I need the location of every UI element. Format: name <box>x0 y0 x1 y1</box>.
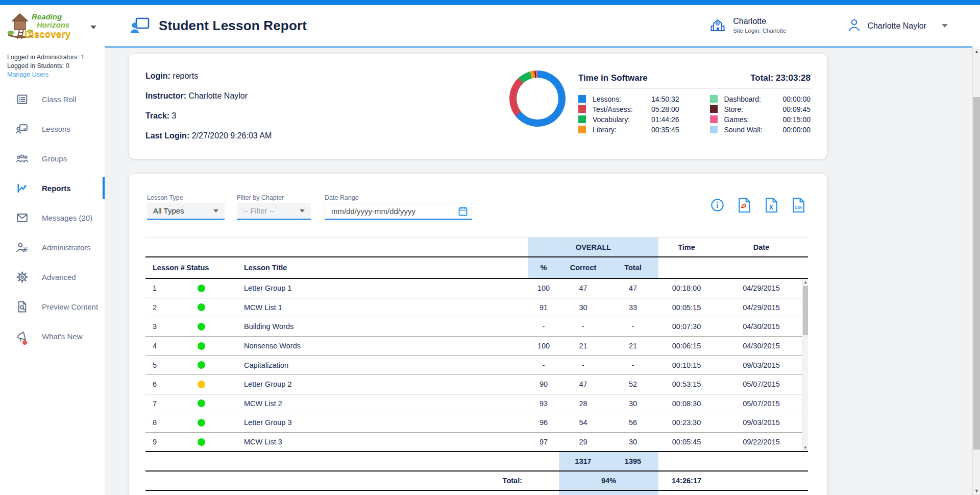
info-icon[interactable] <box>710 198 724 212</box>
legend-label: Sound Wall: <box>724 126 763 134</box>
sidebar-item-groups[interactable]: Groups <box>0 144 105 173</box>
status-dot-green <box>198 399 205 407</box>
legend-value: 05:28:00 <box>651 105 679 113</box>
logo-dropdown-caret-icon[interactable] <box>90 26 96 29</box>
status-dot <box>186 303 230 311</box>
notification-dot <box>22 340 27 345</box>
percent: - <box>528 322 559 331</box>
date: 09/03/2015 <box>715 361 808 369</box>
scroll-down-icon[interactable]: ▼ <box>802 445 808 450</box>
time: 00:08:30 <box>658 399 715 408</box>
percent: 91 <box>528 303 559 312</box>
sidebar-item-label: Reports <box>42 184 71 193</box>
correct: 30 <box>559 303 607 312</box>
status-dot <box>186 399 230 407</box>
table-row-lesson-6: 6Letter Group 290475200:53:1505/07/2015 <box>145 375 808 394</box>
correct: - <box>559 322 607 331</box>
calendar-icon[interactable] <box>458 206 468 218</box>
sidebar-nav: Class RollLessonsGroupsReportsMessages (… <box>0 84 105 351</box>
total-time: 14:26:17 <box>658 477 715 485</box>
divider <box>578 88 811 89</box>
totals-sum-row: 1317 1395 <box>145 452 808 472</box>
sidebar-item-preview-content[interactable]: Preview Content <box>0 292 105 321</box>
legend-swatch <box>578 126 586 133</box>
excel-file-icon[interactable]: X <box>765 197 778 213</box>
sidebar-item-lessons[interactable]: Lessons <box>0 114 105 144</box>
total-percent: 94% <box>559 477 658 485</box>
scroll-up-icon[interactable]: ▲ <box>802 280 808 285</box>
student-lesson-report-icon <box>130 17 150 35</box>
manage-users-link[interactable]: Manage Users <box>7 70 105 79</box>
status-dot-yellow <box>198 381 205 388</box>
lesson-num: 1 <box>145 284 186 292</box>
scroll-up-icon[interactable]: ▲ <box>973 49 980 54</box>
sidebar-item-what-s-new[interactable]: What's New <box>0 321 105 351</box>
user-name: Charlotte Naylor <box>867 21 926 31</box>
chapter-filter-select[interactable]: -- Filter -- <box>237 203 311 220</box>
lesson-title: Building Words <box>230 322 528 331</box>
logged-in-students: Logged in Students: 0 <box>7 62 105 70</box>
legend-label: Test/Assess: <box>593 105 633 113</box>
sidebar-item-advanced[interactable]: Advanced <box>0 262 105 292</box>
treehouse-logo-icon <box>7 12 34 45</box>
legend-item-dashboard: Dashboard:00:00:00 <box>710 95 811 103</box>
csv-file-icon[interactable]: CSV <box>792 197 805 213</box>
date: 09/03/2015 <box>715 418 808 427</box>
top-accent-bar <box>0 0 980 5</box>
time: 00:10:15 <box>658 361 715 369</box>
lesson-title: Letter Group 3 <box>230 418 528 427</box>
last-login-label: Last Login: <box>145 131 189 140</box>
status-dot <box>186 381 230 388</box>
reports-icon <box>15 181 29 195</box>
correct: 47 <box>559 284 607 292</box>
legend-item-sound-wall: Sound Wall:00:00:00 <box>710 126 811 133</box>
page-scrollbar[interactable]: ▲ ▼ <box>972 48 980 495</box>
sidebar-item-administrators[interactable]: Administrators <box>0 232 105 262</box>
user-menu[interactable]: Charlotte Naylor <box>847 18 948 34</box>
legend-label: Store: <box>724 105 743 113</box>
sidebar-item-label: Class Roll <box>42 95 77 104</box>
correct: 54 <box>559 418 607 427</box>
legend-label: Library: <box>593 126 617 134</box>
percent: 90 <box>528 380 559 388</box>
lesson-num: 4 <box>145 342 186 350</box>
sidebar-item-class-roll[interactable]: Class Roll <box>0 84 105 114</box>
legend-item-games: Games:00:15:00 <box>710 115 811 123</box>
svg-text:CSV: CSV <box>795 205 802 210</box>
time: 00:07:30 <box>658 322 715 331</box>
legend-label: Lessons: <box>593 95 621 103</box>
legend-swatch <box>578 115 586 123</box>
page-scrollbar-thumb[interactable] <box>973 97 980 450</box>
track-label: Track: <box>145 111 169 120</box>
chevron-down-icon <box>300 209 305 213</box>
date-range-input[interactable] <box>325 203 472 220</box>
col-status: Status <box>186 264 230 272</box>
correct: - <box>559 361 607 369</box>
legend-item-vocabulary: Vocabulary:01:44:26 <box>578 115 679 123</box>
chapter-filter-label: Filter by Chapter <box>237 194 284 201</box>
lesson-title: MCW List 3 <box>230 438 528 446</box>
logged-in-admins: Logged in Administrators: 1 <box>7 53 105 62</box>
lesson-num: 3 <box>145 322 186 331</box>
lesson-title: MCW List 2 <box>230 399 528 408</box>
date: 04/29/2015 <box>715 284 808 292</box>
sidebar-item-label: Advanced <box>42 273 76 281</box>
user-dropdown-caret-icon[interactable] <box>942 24 948 28</box>
table-scrollbar-thumb[interactable] <box>803 286 808 335</box>
table-scrollbar[interactable]: ▲ ▼ <box>802 279 808 451</box>
last-login-value: 2/27/2020 9:26:03 AM <box>192 131 272 140</box>
instructor-label: Instructor: <box>145 91 186 100</box>
pdf-file-icon[interactable] <box>738 197 751 213</box>
administrators-icon <box>15 241 29 254</box>
total: - <box>607 361 658 369</box>
class-roll-icon <box>15 92 29 106</box>
sidebar-item-messages-20[interactable]: Messages (20) <box>0 203 105 232</box>
table-row-lesson-9: 9MCW List 397293000:05:4509/22/2015 <box>145 433 808 452</box>
lesson-type-select[interactable]: All Types <box>147 203 225 220</box>
app-logo: Reading Horizons Discovery <box>0 8 105 48</box>
sidebar-item-label: Lessons <box>42 125 70 133</box>
sidebar-item-reports[interactable]: Reports <box>0 173 105 203</box>
scroll-down-icon[interactable]: ▼ <box>973 488 980 493</box>
legend-swatch <box>710 115 718 123</box>
table-totals: 1317 1395 Total: 94% 14:26:17 <box>145 452 808 491</box>
